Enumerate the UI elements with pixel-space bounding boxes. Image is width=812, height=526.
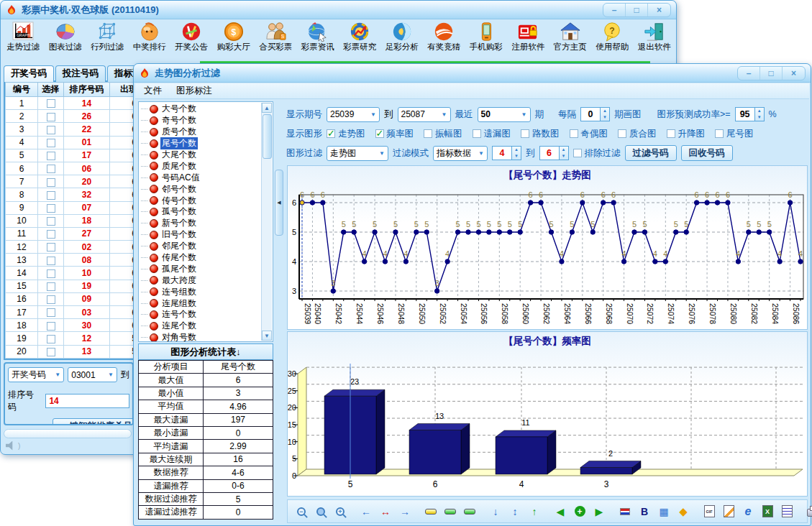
table-row[interactable]: 90763	[6, 201, 136, 214]
tree-item[interactable]: 质号个数	[141, 126, 273, 138]
toolbar-home[interactable]: 官方主页	[549, 21, 592, 60]
tree-item[interactable]: 连尾组数	[141, 297, 273, 309]
tree-item[interactable]: 连号组数	[141, 286, 273, 297]
checkbox-icon[interactable]	[47, 295, 55, 304]
excel-export-icon[interactable]: X	[760, 504, 775, 519]
flag-icon[interactable]	[618, 504, 632, 519]
tree-item[interactable]: 对角号数	[141, 332, 273, 342]
tree-item[interactable]: 邻尾个数	[141, 241, 273, 252]
filter-graph-select[interactable]: 走势图▼	[327, 146, 388, 161]
zoom-in-icon[interactable]: +	[333, 504, 347, 519]
arrow-up-icon[interactable]: ↑	[527, 504, 542, 519]
arrow-down-icon[interactable]: ↓	[488, 504, 503, 519]
toolbar-grid-filter[interactable]: 行列过滤	[86, 21, 129, 60]
table-row[interactable]: 32264	[6, 123, 136, 136]
band-yellow-icon[interactable]	[424, 504, 438, 519]
tree-item[interactable]: 连号个数	[141, 309, 273, 320]
browser-icon[interactable]: e	[741, 504, 755, 519]
toolbar-soccer[interactable]: 足彩分析	[381, 21, 424, 60]
toolbar-phone[interactable]: 手机购彩	[465, 21, 508, 60]
splitter-collapse-button[interactable]: ◀	[275, 170, 283, 236]
scroll-thumb[interactable]	[263, 114, 272, 159]
checkbox-icon[interactable]	[47, 204, 55, 213]
row-select-cell[interactable]	[38, 332, 64, 345]
row-select-cell[interactable]	[38, 214, 64, 227]
toolbar-quiz[interactable]: 有奖竞猜	[423, 21, 465, 60]
row-select-cell[interactable]	[38, 123, 64, 136]
tree-item[interactable]: 邻号个数	[141, 183, 273, 195]
filter-mode-select[interactable]: 指标数据▼	[433, 146, 488, 161]
table-row[interactable]: 130862	[6, 254, 136, 267]
prev-icon[interactable]: ◀	[553, 504, 567, 519]
tree-item[interactable]: 旧号个数	[141, 229, 273, 241]
checkbox-icon[interactable]	[47, 126, 55, 134]
palette-icon[interactable]: ◆	[676, 504, 690, 519]
table-row[interactable]: 141061	[6, 267, 136, 280]
table-row[interactable]: 191259	[6, 332, 136, 345]
checkbox-icon[interactable]	[47, 257, 55, 265]
row-select-cell[interactable]	[38, 254, 64, 267]
maximize-button[interactable]: □	[626, 4, 648, 17]
recycle-numbers-button[interactable]: 回收号码	[681, 145, 733, 161]
row-select-cell[interactable]	[38, 110, 64, 123]
toolbar-news[interactable]: 彩票资讯	[297, 21, 339, 60]
recent-select[interactable]: 50▼	[478, 107, 531, 122]
table-row[interactable]: 60663	[6, 162, 136, 175]
toolbar-announce[interactable]: 开奖公告	[170, 21, 213, 60]
row-select-cell[interactable]	[38, 292, 64, 305]
spinner-arrows-icon[interactable]: ▲▼	[755, 107, 765, 121]
graph-check-频率图[interactable]: 频率图	[375, 128, 414, 140]
checkbox-icon[interactable]	[47, 230, 55, 239]
toolbar-coin[interactable]: $购彩大厅	[213, 21, 255, 60]
tree-item[interactable]: 孤尾个数	[141, 263, 273, 274]
pattern-icon[interactable]: ▦	[657, 504, 671, 519]
row-select-cell[interactable]	[38, 280, 64, 292]
row-select-cell[interactable]	[38, 345, 64, 358]
row-select-cell[interactable]	[38, 201, 64, 214]
table-row[interactable]: 112762	[6, 227, 136, 240]
toolbar-graph-filter[interactable]: GRAPH走势过滤	[2, 21, 45, 60]
row-select-cell[interactable]	[38, 97, 64, 110]
checkbox-icon[interactable]	[47, 178, 55, 187]
edit-icon[interactable]	[721, 504, 736, 519]
graph-check-遗漏图[interactable]: 遗漏图	[473, 128, 511, 140]
graph-check-奇偶图[interactable]: 奇偶图	[570, 128, 608, 140]
row-select-cell[interactable]	[38, 149, 64, 162]
bold-icon[interactable]: B	[637, 504, 652, 519]
checkbox-icon[interactable]	[47, 348, 55, 356]
checkbox-icon[interactable]	[47, 113, 55, 121]
report-icon[interactable]	[780, 504, 794, 519]
zoom-out-icon[interactable]: −	[294, 504, 309, 519]
scroll-up-icon[interactable]: ▲	[262, 103, 272, 113]
checkbox-icon[interactable]	[47, 308, 55, 317]
table-row[interactable]: 83263	[6, 188, 136, 201]
row-select-cell[interactable]	[38, 319, 64, 332]
filter-numbers-button[interactable]: 过滤号码	[625, 145, 677, 161]
table-row[interactable]: 40164	[6, 136, 136, 149]
tree-item[interactable]: 奇号个数	[141, 115, 273, 126]
scroll-down-icon[interactable]: ▼	[262, 331, 272, 341]
success-rate-spinner[interactable]: 95▲▼	[735, 107, 765, 121]
table-row[interactable]: 201359	[6, 345, 136, 358]
graph-check-尾号图[interactable]: 尾号图	[715, 128, 754, 140]
table-row[interactable]: 101863	[6, 214, 136, 227]
toolbar-help[interactable]: ?使用帮助	[591, 21, 634, 60]
spinner-arrows-icon[interactable]: ▲▼	[560, 146, 569, 160]
tab-2[interactable]: 投注号码	[55, 65, 106, 82]
tab-1[interactable]: 开奖号码	[4, 65, 54, 82]
table-row[interactable]: 160961	[6, 292, 136, 305]
graph-check-质合图[interactable]: 质合图	[618, 128, 657, 140]
table-row[interactable]: 51764	[6, 149, 136, 162]
tree-item[interactable]: 传号个数	[141, 195, 273, 206]
table-row[interactable]: 170360	[6, 306, 136, 319]
checkbox-icon[interactable]	[47, 269, 55, 278]
dialog-minimize-button[interactable]: –	[738, 67, 760, 80]
dialog-close-button[interactable]: ×	[783, 67, 805, 80]
gif-export-icon[interactable]: GIF	[702, 504, 716, 519]
sound-control[interactable]: )	[6, 440, 20, 451]
sort-number-input[interactable]: 14	[45, 394, 129, 408]
checkbox-icon[interactable]	[47, 99, 55, 108]
tree-item[interactable]: 传尾个数	[141, 252, 273, 264]
checkbox-icon[interactable]	[47, 217, 55, 226]
graph-check-振幅图[interactable]: 振幅图	[424, 128, 462, 140]
